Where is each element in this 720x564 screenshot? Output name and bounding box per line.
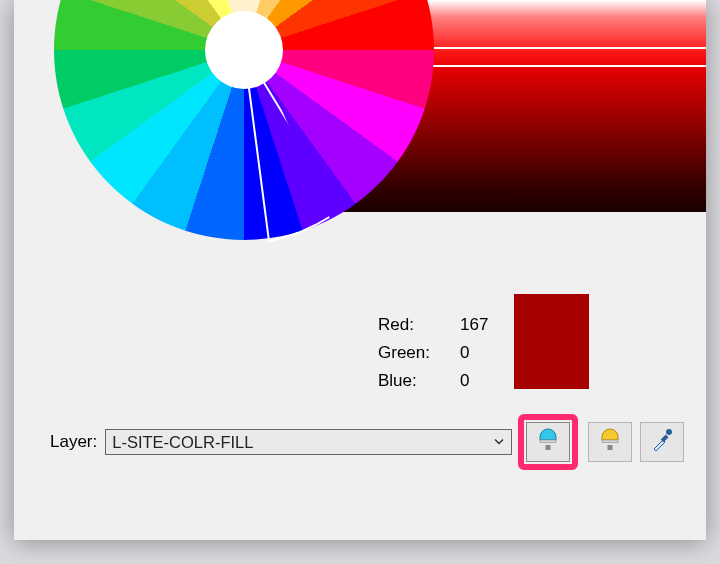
svg-rect-2 <box>602 440 618 443</box>
layer-combobox-value: L-SITE-COLR-FILL <box>112 433 253 452</box>
warm-marker-button[interactable] <box>588 422 632 462</box>
eyedropper-icon <box>650 427 674 457</box>
eyedropper-button[interactable] <box>640 422 684 462</box>
cool-marker-icon <box>537 427 559 457</box>
color-wheel[interactable] <box>54 0 434 240</box>
chevron-down-icon <box>493 433 505 452</box>
layer-label: Layer: <box>50 432 97 452</box>
svg-rect-0 <box>540 440 556 443</box>
blue-value: 0 <box>460 368 500 394</box>
red-value: 167 <box>460 312 500 338</box>
svg-point-5 <box>666 429 672 435</box>
blue-label: Blue: <box>378 368 458 394</box>
color-picker-panel: Red: 167 Green: 0 Blue: 0 Layer: L-SITE-… <box>14 0 706 540</box>
color-swatch <box>514 294 589 389</box>
green-label: Green: <box>378 340 458 366</box>
rgb-readout: Red: 167 Green: 0 Blue: 0 <box>376 310 502 396</box>
warm-marker-icon <box>599 427 621 457</box>
svg-rect-1 <box>546 445 551 450</box>
red-label: Red: <box>378 312 458 338</box>
instruction-highlight <box>518 414 578 470</box>
cool-marker-button[interactable] <box>526 422 570 462</box>
green-value: 0 <box>460 340 500 366</box>
layer-combobox[interactable]: L-SITE-COLR-FILL <box>105 429 512 455</box>
layer-row: Layer: L-SITE-COLR-FILL <box>50 420 684 464</box>
svg-rect-3 <box>608 445 613 450</box>
